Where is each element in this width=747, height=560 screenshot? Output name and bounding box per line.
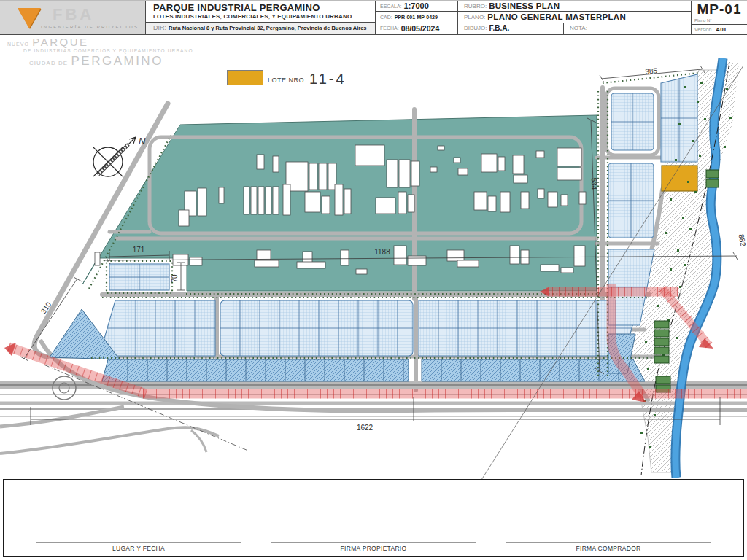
fba-logo-icon bbox=[18, 8, 41, 28]
signature-block: LUGAR Y FECHA FIRMA PROPIETARIO FIRMA CO… bbox=[3, 479, 744, 557]
nota-label: NOTA: bbox=[570, 25, 587, 31]
project-subtitle: LOTES INDUSTRIALES, COMERCIALES, Y EQUIP… bbox=[153, 13, 375, 20]
fecha-label: FECHA: bbox=[380, 26, 399, 31]
signature-lugar-fecha: LUGAR Y FECHA bbox=[36, 542, 241, 552]
plan-cell: RUBRO:BUSINESS PLAN PLANO:PLANO GENERAL … bbox=[458, 1, 692, 34]
cad-value: PPR-001-MP-0429 bbox=[395, 15, 438, 20]
dimension-385: 385 bbox=[645, 66, 658, 76]
version-value: A01 bbox=[716, 26, 727, 33]
lot-legend: LOTE NRO: 11-4 bbox=[227, 70, 347, 85]
project-title: PARQUE INDUSTRIAL PERGAMINO bbox=[153, 2, 375, 13]
watermark-line2: DE INDUSTRIAS COMERCIOS Y EQUIPAMIENTO U… bbox=[23, 49, 193, 54]
lot-color-swatch bbox=[227, 70, 263, 85]
watermark-parque: PARQUE bbox=[32, 36, 88, 48]
lot-legend-label: LOTE NRO: bbox=[268, 77, 306, 84]
fecha-value: 08/05/2024 bbox=[401, 24, 440, 33]
sheet-number-label: Plano N° bbox=[692, 18, 747, 25]
watermark-nuevo: NUEVO bbox=[7, 42, 29, 47]
meta-cell: ESCALA:1:7000 CAD:PPR-001-MP-0429 FECHA:… bbox=[376, 1, 458, 34]
version-label: Version bbox=[694, 27, 711, 32]
logo-cell: FBA INGENIERÍA DE PROYECTOS bbox=[0, 1, 146, 34]
rubro-value: BUSINESS PLAN bbox=[489, 1, 560, 10]
plano-label: PLANO: bbox=[464, 14, 485, 20]
highlighted-lot-11-4 bbox=[662, 166, 697, 191]
masterplan-drawing: 385 534 882 1188 171 70 310 1622 N bbox=[0, 35, 747, 479]
dir-value: Ruta Nacional 8 y Ruta Provincial 32, Pe… bbox=[169, 25, 366, 31]
dibujo-value: F.B.A. bbox=[489, 24, 510, 32]
signature-comprador: FIRMA COMPRADOR bbox=[506, 542, 711, 552]
sheet-number-cell: MP-01 Plano N° VersionA01 bbox=[692, 1, 747, 34]
dir-label: DIR: bbox=[153, 24, 166, 31]
escala-value: 1:7000 bbox=[404, 1, 429, 10]
project-cell: PARQUE INDUSTRIAL PERGAMINO LOTES INDUST… bbox=[146, 1, 376, 34]
fba-logo-watermark: FBA bbox=[53, 5, 94, 24]
title-block: FBA INGENIERÍA DE PROYECTOS PARQUE INDUS… bbox=[0, 0, 747, 35]
watermark-ciudad: CIUDAD DE bbox=[29, 60, 68, 66]
watermark-pergamino: PERGAMINO bbox=[71, 54, 163, 68]
logo-tagline: INGENIERÍA DE PROYECTOS bbox=[41, 25, 139, 29]
masterplan-sheet: FBA INGENIERÍA DE PROYECTOS PARQUE INDUS… bbox=[0, 0, 747, 560]
dimension-1622: 1622 bbox=[357, 424, 374, 432]
park-watermark: NUEVO PARQUE DE INDUSTRIAS COMERCIOS Y E… bbox=[7, 36, 193, 67]
dimension-171: 171 bbox=[133, 246, 145, 254]
dimension-70: 70 bbox=[171, 274, 179, 283]
signature-propietario: FIRMA PROPIETARIO bbox=[271, 542, 476, 552]
sheet-number: MP-01 bbox=[692, 1, 747, 18]
dimension-882: 882 bbox=[738, 233, 747, 247]
cad-label: CAD: bbox=[380, 15, 392, 20]
rubro-label: RUBRO: bbox=[464, 3, 487, 9]
dibujo-label: DIBUJO: bbox=[464, 25, 487, 31]
north-label: N bbox=[139, 136, 146, 147]
lot-legend-value: 11-4 bbox=[309, 71, 347, 88]
escala-label: ESCALA: bbox=[380, 4, 402, 9]
dimension-1188: 1188 bbox=[374, 248, 390, 256]
dimension-534: 534 bbox=[590, 177, 599, 190]
plano-value: PLANO GENERAL MASTERPLAN bbox=[487, 12, 626, 21]
